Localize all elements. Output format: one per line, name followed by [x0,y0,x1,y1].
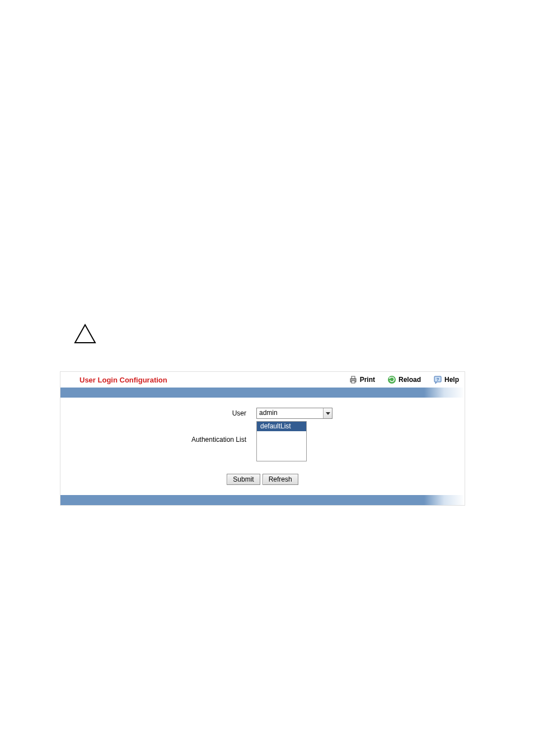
panel-body: User admin Authentication List defaultLi… [60,398,465,495]
svg-rect-2 [352,376,355,379]
print-button[interactable]: Print [349,375,375,384]
help-icon: ? [433,375,442,384]
user-login-config-panel: User Login Configuration Print Reload ? [60,371,465,506]
user-label: User [60,408,256,417]
reload-icon [387,375,396,384]
user-row: User admin [60,408,465,419]
panel-title: User Login Configuration [79,376,336,384]
footer-divider-bar [60,495,465,505]
submit-button[interactable]: Submit [227,474,260,485]
user-select[interactable]: admin [256,408,332,419]
svg-text:?: ? [437,377,439,382]
svg-rect-3 [352,381,355,383]
reload-button[interactable]: Reload [387,375,421,384]
header-divider-bar [60,388,465,398]
chevron-down-icon [323,408,332,418]
reload-label: Reload [399,376,421,384]
svg-marker-0 [75,325,95,343]
help-button[interactable]: ? Help [433,375,459,384]
print-icon [349,375,358,384]
list-item[interactable]: defaultList [257,422,306,431]
user-select-value: admin [257,408,323,418]
auth-list-listbox[interactable]: defaultList [256,421,307,461]
caution-icon [74,324,96,344]
print-label: Print [360,376,375,384]
refresh-button[interactable]: Refresh [263,474,298,485]
auth-list-row: Authentication List defaultList [60,421,465,461]
panel-header: User Login Configuration Print Reload ? [60,372,465,388]
button-row: Submit Refresh [60,474,465,485]
auth-list-label: Authentication List [60,421,256,444]
svg-marker-8 [326,412,330,415]
help-label: Help [444,376,459,384]
